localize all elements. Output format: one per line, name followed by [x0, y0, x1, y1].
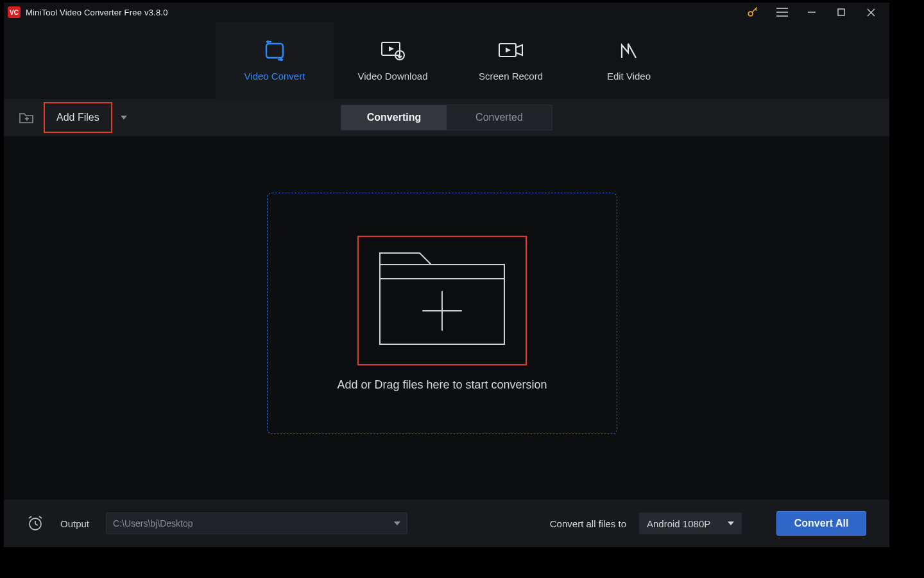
file-drop-zone[interactable]: Add or Drag files here to start conversi… — [267, 193, 617, 434]
svg-line-22 — [35, 524, 38, 525]
drop-zone-hint: Add or Drag files here to start conversi… — [337, 378, 547, 392]
convert-all-button[interactable]: Convert All — [776, 511, 866, 536]
convert-all-button-label: Convert All — [794, 518, 849, 529]
main-area: Add or Drag files here to start conversi… — [4, 136, 889, 500]
app-logo-icon: VC — [8, 6, 21, 18]
add-files-dropdown[interactable] — [112, 101, 135, 134]
conversion-status-segment: Converting Converted — [341, 105, 552, 130]
segment-converting[interactable]: Converting — [341, 105, 447, 130]
app-window: VC MiniTool Video Converter Free v3.8.0 — [4, 3, 889, 547]
footer-bar: Output C:\Users\bj\Desktop Convert all f… — [4, 500, 889, 547]
tab-screen-record[interactable]: Screen Record — [452, 22, 570, 99]
tab-label: Video Convert — [244, 71, 305, 82]
license-key-button[interactable] — [738, 3, 767, 22]
video-download-icon — [381, 40, 405, 62]
svg-marker-10 — [389, 46, 394, 51]
app-title: MiniTool Video Converter Free v3.8.0 — [26, 8, 168, 17]
output-label: Output — [60, 518, 89, 529]
chevron-down-icon — [121, 116, 127, 119]
svg-point-0 — [748, 12, 753, 16]
folder-plus-icon — [375, 247, 509, 355]
chevron-down-icon — [394, 521, 400, 525]
convert-all-label: Convert all files to — [550, 518, 626, 529]
titlebar: VC MiniTool Video Converter Free v3.8.0 — [4, 3, 889, 22]
tab-edit-video[interactable]: Edit Video — [570, 22, 688, 99]
edit-video-icon — [619, 40, 638, 62]
video-convert-icon — [263, 40, 286, 62]
minimize-button[interactable] — [797, 3, 826, 22]
drop-zone-highlight — [357, 236, 527, 365]
svg-line-23 — [29, 516, 31, 518]
tab-video-convert[interactable]: Video Convert — [216, 22, 334, 99]
segment-converted[interactable]: Converted — [447, 105, 552, 130]
add-folder-button[interactable] — [9, 101, 44, 134]
close-button[interactable] — [856, 3, 886, 22]
schedule-button[interactable] — [27, 515, 44, 532]
svg-rect-5 — [838, 9, 844, 15]
svg-rect-8 — [266, 44, 283, 58]
top-nav: Video Convert Video Download — [4, 22, 889, 99]
toolbar: Add Files Converting Converted — [4, 99, 889, 136]
svg-marker-13 — [506, 48, 511, 53]
output-path-selector[interactable]: C:\Users\bj\Desktop — [106, 512, 407, 534]
hamburger-menu-button[interactable] — [767, 3, 797, 22]
tab-label: Video Download — [358, 71, 428, 82]
tab-label: Screen Record — [479, 71, 543, 82]
tab-video-download[interactable]: Video Download — [334, 22, 452, 99]
screen-record-icon — [498, 40, 524, 62]
add-files-label: Add Files — [56, 112, 99, 123]
segment-label: Converted — [475, 112, 523, 123]
chevron-down-icon — [728, 521, 734, 525]
output-format-value: Android 1080P — [647, 518, 710, 529]
add-files-button[interactable]: Add Files — [44, 102, 112, 133]
output-path-value: C:\Users\bj\Desktop — [113, 518, 193, 529]
maximize-button[interactable] — [826, 3, 856, 22]
segment-label: Converting — [367, 112, 421, 123]
svg-line-24 — [39, 516, 42, 518]
output-format-selector[interactable]: Android 1080P — [639, 512, 742, 534]
tab-label: Edit Video — [607, 71, 651, 82]
